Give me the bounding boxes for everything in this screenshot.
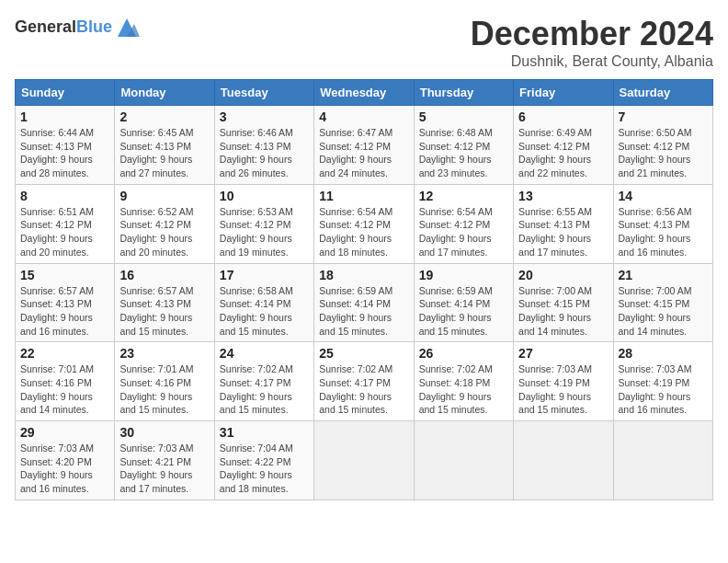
calendar-cell: 8 Sunrise: 6:51 AM Sunset: 4:12 PM Dayli… xyxy=(16,184,115,263)
day-number: 10 xyxy=(220,189,309,203)
day-number: 14 xyxy=(619,189,708,203)
day-number: 27 xyxy=(518,346,608,361)
calendar-cell: 27 Sunrise: 7:03 AM Sunset: 4:19 PM Dayl… xyxy=(514,342,613,421)
day-info: Sunrise: 6:55 AM Sunset: 4:13 PM Dayligh… xyxy=(518,205,608,259)
calendar-week-row: 15 Sunrise: 6:57 AM Sunset: 4:13 PM Dayl… xyxy=(16,263,713,342)
day-number: 22 xyxy=(20,346,109,361)
day-number: 12 xyxy=(419,189,508,203)
day-info: Sunrise: 7:04 AM Sunset: 4:22 PM Dayligh… xyxy=(220,442,309,496)
day-info: Sunrise: 7:03 AM Sunset: 4:19 PM Dayligh… xyxy=(619,362,708,417)
day-info: Sunrise: 6:56 AM Sunset: 4:13 PM Dayligh… xyxy=(619,205,708,259)
day-number: 30 xyxy=(119,425,209,440)
day-info: Sunrise: 6:53 AM Sunset: 4:12 PM Dayligh… xyxy=(220,205,309,259)
day-number: 15 xyxy=(20,268,109,282)
day-number: 6 xyxy=(518,109,608,124)
day-info: Sunrise: 6:46 AM Sunset: 4:13 PM Dayligh… xyxy=(220,126,309,180)
calendar-cell: 1 Sunrise: 6:44 AM Sunset: 4:13 PM Dayli… xyxy=(16,106,115,185)
day-number: 8 xyxy=(20,189,109,203)
calendar-cell: 15 Sunrise: 6:57 AM Sunset: 4:13 PM Dayl… xyxy=(16,263,115,342)
calendar-cell: 26 Sunrise: 7:02 AM Sunset: 4:18 PM Dayl… xyxy=(414,342,513,421)
calendar-cell: 9 Sunrise: 6:52 AM Sunset: 4:12 PM Dayli… xyxy=(115,184,214,263)
logo-blue: Blue xyxy=(76,17,112,36)
col-saturday: Saturday xyxy=(613,80,712,106)
calendar-cell xyxy=(514,421,613,500)
day-info: Sunrise: 6:59 AM Sunset: 4:14 PM Dayligh… xyxy=(419,284,508,339)
day-info: Sunrise: 6:44 AM Sunset: 4:13 PM Dayligh… xyxy=(20,126,109,180)
day-info: Sunrise: 7:02 AM Sunset: 4:17 PM Dayligh… xyxy=(220,362,309,417)
col-wednesday: Wednesday xyxy=(314,80,414,106)
day-number: 19 xyxy=(419,268,508,282)
day-info: Sunrise: 6:48 AM Sunset: 4:12 PM Dayligh… xyxy=(419,126,508,180)
logo-icon xyxy=(114,15,140,40)
day-info: Sunrise: 7:00 AM Sunset: 4:15 PM Dayligh… xyxy=(518,284,608,339)
day-number: 23 xyxy=(119,346,209,361)
calendar-cell: 24 Sunrise: 7:02 AM Sunset: 4:17 PM Dayl… xyxy=(214,342,313,421)
day-info: Sunrise: 7:03 AM Sunset: 4:21 PM Dayligh… xyxy=(119,442,209,496)
day-info: Sunrise: 6:52 AM Sunset: 4:12 PM Dayligh… xyxy=(119,205,209,259)
day-number: 29 xyxy=(20,425,109,440)
day-number: 7 xyxy=(619,109,708,124)
day-info: Sunrise: 6:50 AM Sunset: 4:12 PM Dayligh… xyxy=(619,126,708,180)
day-number: 28 xyxy=(619,346,708,361)
day-info: Sunrise: 7:00 AM Sunset: 4:15 PM Dayligh… xyxy=(619,284,708,339)
calendar-cell: 14 Sunrise: 6:56 AM Sunset: 4:13 PM Dayl… xyxy=(613,184,712,263)
logo-general: General xyxy=(15,17,76,36)
calendar-week-row: 22 Sunrise: 7:01 AM Sunset: 4:16 PM Dayl… xyxy=(16,342,713,421)
calendar-table: Sunday Monday Tuesday Wednesday Thursday… xyxy=(15,79,713,500)
day-number: 25 xyxy=(319,346,408,361)
col-thursday: Thursday xyxy=(414,80,513,106)
calendar-cell: 6 Sunrise: 6:49 AM Sunset: 4:12 PM Dayli… xyxy=(514,106,613,185)
calendar-cell: 28 Sunrise: 7:03 AM Sunset: 4:19 PM Dayl… xyxy=(613,342,712,421)
day-info: Sunrise: 6:47 AM Sunset: 4:12 PM Dayligh… xyxy=(319,126,408,180)
day-number: 16 xyxy=(119,268,209,282)
day-info: Sunrise: 7:02 AM Sunset: 4:17 PM Dayligh… xyxy=(319,362,408,417)
day-info: Sunrise: 7:03 AM Sunset: 4:19 PM Dayligh… xyxy=(518,362,608,417)
calendar-week-row: 8 Sunrise: 6:51 AM Sunset: 4:12 PM Dayli… xyxy=(16,184,713,263)
calendar-cell: 10 Sunrise: 6:53 AM Sunset: 4:12 PM Dayl… xyxy=(214,184,313,263)
day-number: 9 xyxy=(119,189,209,203)
day-info: Sunrise: 6:57 AM Sunset: 4:13 PM Dayligh… xyxy=(20,284,109,339)
calendar-cell: 22 Sunrise: 7:01 AM Sunset: 4:16 PM Dayl… xyxy=(16,342,115,421)
col-monday: Monday xyxy=(115,80,214,106)
calendar-cell: 4 Sunrise: 6:47 AM Sunset: 4:12 PM Dayli… xyxy=(314,106,414,185)
calendar-cell: 20 Sunrise: 7:00 AM Sunset: 4:15 PM Dayl… xyxy=(514,263,613,342)
calendar-cell: 31 Sunrise: 7:04 AM Sunset: 4:22 PM Dayl… xyxy=(214,421,313,500)
day-info: Sunrise: 7:02 AM Sunset: 4:18 PM Dayligh… xyxy=(419,362,508,417)
calendar-cell xyxy=(613,421,712,500)
day-number: 17 xyxy=(220,268,309,282)
day-number: 11 xyxy=(319,189,408,203)
day-info: Sunrise: 6:58 AM Sunset: 4:14 PM Dayligh… xyxy=(220,284,309,339)
day-info: Sunrise: 6:51 AM Sunset: 4:12 PM Dayligh… xyxy=(20,205,109,259)
col-friday: Friday xyxy=(514,80,613,106)
day-number: 24 xyxy=(220,346,309,361)
logo-text: GeneralBlue xyxy=(15,15,140,40)
day-number: 2 xyxy=(119,109,209,124)
day-info: Sunrise: 7:03 AM Sunset: 4:20 PM Dayligh… xyxy=(20,442,109,496)
day-number: 31 xyxy=(220,425,309,440)
day-info: Sunrise: 6:45 AM Sunset: 4:13 PM Dayligh… xyxy=(119,126,209,180)
calendar-week-row: 1 Sunrise: 6:44 AM Sunset: 4:13 PM Dayli… xyxy=(16,106,713,185)
day-number: 4 xyxy=(319,109,408,124)
day-info: Sunrise: 7:01 AM Sunset: 4:16 PM Dayligh… xyxy=(20,362,109,417)
day-info: Sunrise: 6:54 AM Sunset: 4:12 PM Dayligh… xyxy=(419,205,508,259)
calendar-cell: 12 Sunrise: 6:54 AM Sunset: 4:12 PM Dayl… xyxy=(414,184,513,263)
day-number: 3 xyxy=(220,109,309,124)
day-number: 13 xyxy=(518,189,608,203)
calendar-cell: 17 Sunrise: 6:58 AM Sunset: 4:14 PM Dayl… xyxy=(214,263,313,342)
calendar-cell: 21 Sunrise: 7:00 AM Sunset: 4:15 PM Dayl… xyxy=(613,263,712,342)
calendar-cell: 30 Sunrise: 7:03 AM Sunset: 4:21 PM Dayl… xyxy=(115,421,214,500)
calendar-header-row: Sunday Monday Tuesday Wednesday Thursday… xyxy=(16,80,713,106)
day-info: Sunrise: 6:57 AM Sunset: 4:13 PM Dayligh… xyxy=(119,284,209,339)
title-block: December 2024 Dushnik, Berat County, Alb… xyxy=(471,15,713,70)
day-number: 26 xyxy=(419,346,508,361)
calendar-cell xyxy=(314,421,414,500)
calendar-cell: 3 Sunrise: 6:46 AM Sunset: 4:13 PM Dayli… xyxy=(214,106,313,185)
day-info: Sunrise: 6:49 AM Sunset: 4:12 PM Dayligh… xyxy=(518,126,608,180)
col-sunday: Sunday xyxy=(16,80,115,106)
calendar-cell: 25 Sunrise: 7:02 AM Sunset: 4:17 PM Dayl… xyxy=(314,342,414,421)
calendar-cell: 13 Sunrise: 6:55 AM Sunset: 4:13 PM Dayl… xyxy=(514,184,613,263)
calendar-cell: 5 Sunrise: 6:48 AM Sunset: 4:12 PM Dayli… xyxy=(414,106,513,185)
calendar-cell xyxy=(414,421,513,500)
day-number: 21 xyxy=(619,268,708,282)
calendar-cell: 23 Sunrise: 7:01 AM Sunset: 4:16 PM Dayl… xyxy=(115,342,214,421)
